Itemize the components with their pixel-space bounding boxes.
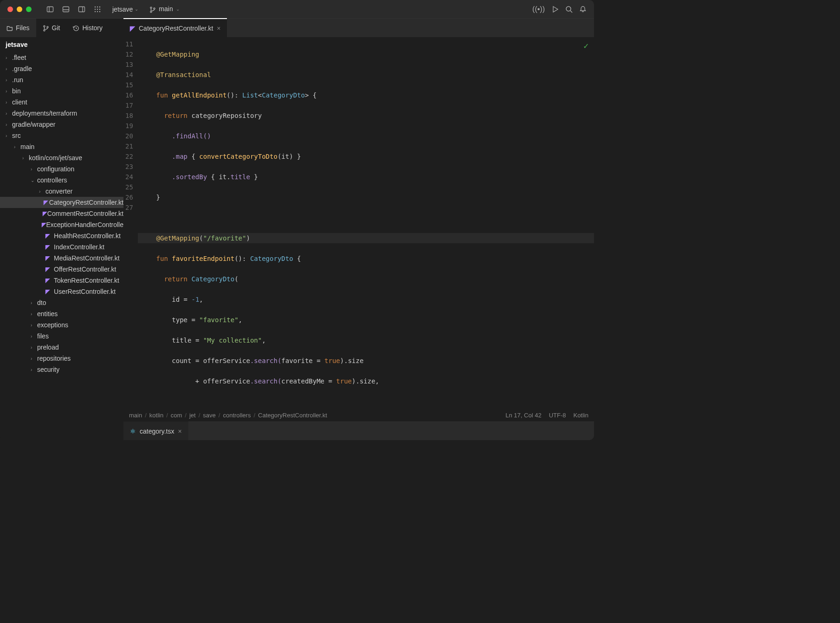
search-icon[interactable] (565, 5, 573, 13)
tab-git[interactable]: Git (36, 19, 67, 37)
project-root[interactable]: jetsave (0, 37, 123, 52)
kotlin-icon: ◤ (130, 25, 135, 32)
kotlin-icon: ◤ (43, 210, 47, 217)
file-item[interactable]: ◤IndexController.kt (0, 241, 123, 253)
line-number: 17 (125, 100, 133, 110)
folder-item[interactable]: ›preload (0, 342, 123, 353)
code-editor-top[interactable]: ✓ 1112131415161718192021222324252627 @Ge… (123, 37, 594, 409)
file-item[interactable]: ◤TokenRestController.kt (0, 275, 123, 286)
tree-item-label: entities (37, 310, 58, 318)
branch-selector[interactable]: main ⌄ (149, 5, 179, 13)
chevron-down-icon: ⌄ (176, 6, 180, 12)
chevron-icon: › (31, 312, 37, 317)
kotlin-icon: ◤ (45, 233, 54, 239)
kotlin-icon: ◤ (45, 255, 54, 261)
titlebar: jetsave ⌄ main ⌄ ((•)) (0, 0, 594, 19)
file-item[interactable]: ◤UserRestController.kt (0, 286, 123, 297)
file-item[interactable]: ◤ExceptionHandlerControlle (0, 219, 123, 230)
breadcrumb-segment[interactable]: controllers (223, 412, 251, 419)
tree-item-label: kotlin/com/jet/save (29, 154, 82, 162)
folder-item[interactable]: ›.fleet (0, 52, 123, 63)
folder-item[interactable]: ›client (0, 97, 123, 108)
editor-tab[interactable]: ⚛ category.tsx × (123, 422, 188, 440)
chevron-icon: › (6, 55, 12, 60)
folder-item[interactable]: ›exceptions (0, 319, 123, 331)
svg-point-9 (95, 9, 96, 10)
folder-item[interactable]: ›deployments/terraform (0, 108, 123, 119)
chevron-icon: › (31, 334, 37, 339)
line-number: 11 (125, 39, 133, 49)
folder-item[interactable]: ›entities (0, 308, 123, 319)
folder-item[interactable]: ›src (0, 130, 123, 141)
file-item[interactable]: ◤CommentRestController.kt (0, 208, 123, 219)
file-item[interactable]: ◤MediaRestController.kt (0, 253, 123, 264)
close-icon[interactable]: × (217, 25, 220, 32)
breadcrumb-segment[interactable]: com (171, 412, 182, 419)
history-icon (73, 24, 79, 32)
run-icon[interactable] (551, 5, 559, 13)
chevron-icon: › (14, 144, 20, 149)
grid-icon[interactable] (92, 3, 103, 15)
file-item[interactable]: ◤OfferRestController.kt (0, 264, 123, 275)
breadcrumb-segment[interactable]: jet (189, 412, 196, 419)
folder-item[interactable]: ›security (0, 364, 123, 375)
folder-item[interactable]: ›dto (0, 297, 123, 308)
bell-icon[interactable] (579, 5, 587, 13)
folder-item[interactable]: ›.gradle (0, 63, 123, 74)
close-window[interactable] (7, 6, 13, 12)
folder-item[interactable]: ›converter (0, 186, 123, 197)
tree-item-label: controllers (37, 176, 67, 184)
folder-item[interactable]: ›main (0, 141, 123, 152)
svg-line-19 (570, 11, 572, 13)
tree-item-label: bin (12, 87, 21, 95)
file-item[interactable]: ◤HealthRestController.kt (0, 230, 123, 241)
folder-item[interactable]: ›.run (0, 74, 123, 85)
tree-item-label: CommentRestController.kt (47, 210, 123, 217)
chevron-icon: › (6, 111, 12, 116)
panel-bottom-icon[interactable] (60, 3, 71, 15)
folder-item[interactable]: ⌄controllers (0, 175, 123, 186)
project-selector[interactable]: jetsave ⌄ (112, 6, 138, 13)
broadcast-icon[interactable]: ((•)) (532, 5, 545, 13)
encoding[interactable]: UTF-8 (549, 412, 566, 419)
panel-left-icon[interactable] (45, 3, 56, 15)
line-number: 24 (125, 172, 133, 182)
kotlin-icon: ◤ (45, 266, 54, 273)
editor-tabs-bottom: ⚛ category.tsx × (123, 422, 594, 440)
editor-pane-bottom: ⚛ category.tsx × ✓ 272829303132333435363… (123, 422, 594, 440)
folder-item[interactable]: ›repositories (0, 353, 123, 364)
folder-item[interactable]: ›configuration (0, 163, 123, 175)
chevron-icon: › (31, 300, 37, 305)
chevron-icon: › (6, 100, 12, 105)
breadcrumb-segment[interactable]: main (129, 412, 142, 419)
svg-point-20 (43, 26, 45, 27)
breadcrumb-segment[interactable]: kotlin (149, 412, 163, 419)
folder-item[interactable]: ›bin (0, 85, 123, 97)
chevron-icon: › (31, 167, 37, 172)
folder-item[interactable]: ›files (0, 331, 123, 342)
svg-point-6 (95, 6, 96, 7)
maximize-window[interactable] (26, 6, 32, 12)
folder-item[interactable]: ›gradle/wrapper (0, 119, 123, 130)
tab-files[interactable]: Files (0, 19, 36, 37)
breadcrumb[interactable]: main/kotlin/com/jet/save/controllers/Cat… (129, 412, 327, 419)
tree-item-label: repositories (37, 355, 71, 362)
tab-history[interactable]: History (66, 19, 109, 37)
sidebar: Files Git History jetsave ›.fleet›.gradl… (0, 19, 123, 440)
minimize-window[interactable] (17, 6, 22, 12)
folder-item[interactable]: ›kotlin/com/jet/save (0, 152, 123, 163)
editor-tab[interactable]: ◤ CategoryRestController.kt × (123, 18, 227, 37)
editor-tabs-top: ◤ CategoryRestController.kt × (123, 19, 594, 37)
editor-pane-top: ◤ CategoryRestController.kt × ✓ 11121314… (123, 19, 594, 422)
cursor-position[interactable]: Ln 17, Col 42 (505, 412, 541, 419)
tree-item-label: OfferRestController.kt (54, 266, 116, 273)
file-item[interactable]: ◤CategoryRestController.kt (0, 197, 123, 208)
panel-right-icon[interactable] (76, 3, 87, 15)
tree-item-label: gradle/wrapper (12, 121, 55, 128)
tree-item-label: TokenRestController.kt (54, 277, 119, 284)
chevron-icon: › (31, 323, 37, 328)
language[interactable]: Kotlin (573, 412, 588, 419)
breadcrumb-segment[interactable]: CategoryRestController.kt (258, 412, 327, 419)
close-icon[interactable]: × (178, 428, 181, 435)
breadcrumb-segment[interactable]: save (203, 412, 215, 419)
